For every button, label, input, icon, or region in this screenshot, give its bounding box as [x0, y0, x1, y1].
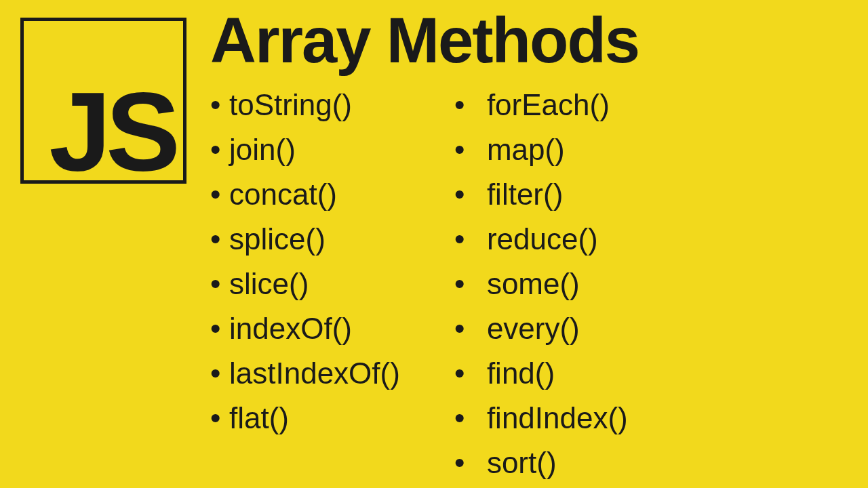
js-logo-text: JS — [49, 84, 175, 179]
list-item: sort() — [454, 441, 628, 485]
js-logo-box: JS — [20, 18, 186, 184]
list-item: every() — [454, 306, 628, 351]
list-item: toString() — [210, 83, 400, 127]
right-column: forEach() map() filter() reduce() some()… — [454, 83, 628, 485]
list-item: join() — [210, 127, 400, 172]
list-item: flat() — [210, 396, 400, 441]
left-column: toString() join() concat() splice() slic… — [210, 83, 400, 485]
list-item: forEach() — [454, 83, 628, 127]
list-item: reduce() — [454, 217, 628, 262]
list-item: concat() — [210, 172, 400, 217]
page-title: Array Methods — [210, 4, 854, 77]
list-item: findIndex() — [454, 396, 628, 441]
list-item: slice() — [210, 262, 400, 306]
list-item: filter() — [454, 172, 628, 217]
list-item: indexOf() — [210, 306, 400, 351]
content-area: Array Methods toString() join() concat()… — [210, 4, 854, 485]
list-item: lastIndexOf() — [210, 351, 400, 396]
list-item: map() — [454, 127, 628, 172]
list-item: find() — [454, 351, 628, 396]
list-item: some() — [454, 262, 628, 306]
list-item: splice() — [210, 217, 400, 262]
columns-wrapper: toString() join() concat() splice() slic… — [210, 83, 854, 485]
